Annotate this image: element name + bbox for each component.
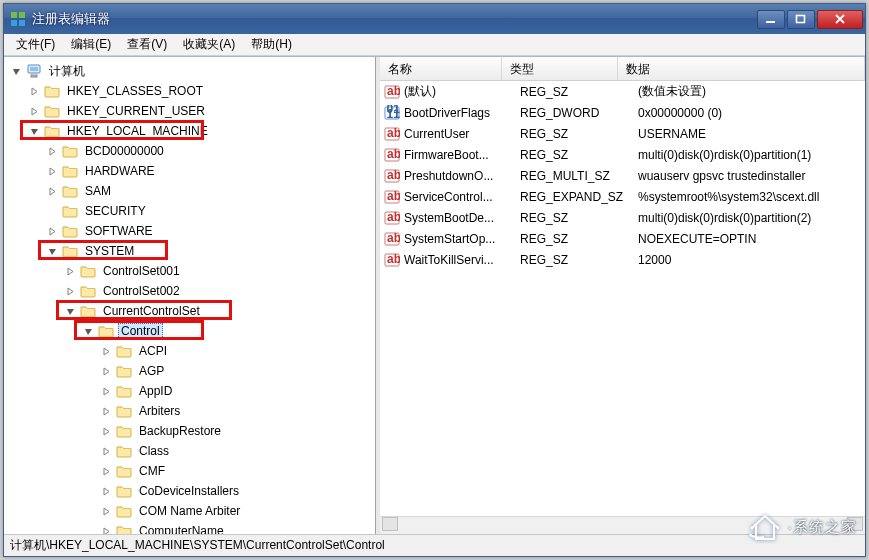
expand-icon[interactable] (46, 165, 58, 177)
tree-label[interactable]: Arbiters (136, 403, 183, 419)
tree-label[interactable]: SOFTWARE (82, 223, 156, 239)
col-header-data[interactable]: 数据 (618, 57, 865, 80)
tree-label[interactable]: BackupRestore (136, 423, 224, 439)
close-button[interactable] (817, 10, 863, 29)
col-header-type[interactable]: 类型 (502, 57, 618, 80)
h-scrollbar[interactable] (380, 516, 865, 534)
tree-row[interactable]: Control (4, 321, 375, 341)
expand-icon[interactable] (46, 185, 58, 197)
tree-label[interactable]: SAM (82, 183, 114, 199)
tree-row[interactable]: ACPI (4, 341, 375, 361)
col-header-name[interactable]: 名称 (380, 57, 502, 80)
menu-item-2[interactable]: 查看(V) (119, 34, 175, 55)
expand-icon[interactable] (100, 525, 112, 534)
tree-row[interactable]: COM Name Arbiter (4, 501, 375, 521)
expand-icon[interactable] (46, 225, 58, 237)
expand-icon[interactable] (100, 505, 112, 517)
expand-icon[interactable] (64, 285, 76, 297)
tree-row[interactable]: CoDeviceInstallers (4, 481, 375, 501)
tree-label[interactable]: ACPI (136, 343, 170, 359)
tree-label[interactable]: AGP (136, 363, 167, 379)
tree-label[interactable]: SECURITY (82, 203, 149, 219)
menu-item-1[interactable]: 编辑(E) (63, 34, 119, 55)
list-row[interactable]: BootDriverFlagsREG_DWORD0x00000000 (0) (380, 102, 865, 123)
folder-icon (116, 404, 132, 418)
tree-label[interactable]: BCD00000000 (82, 143, 167, 159)
tree-label[interactable]: 计算机 (46, 62, 88, 81)
tree-label[interactable]: CurrentControlSet (100, 303, 203, 319)
tree-label[interactable]: ControlSet002 (100, 283, 183, 299)
tree-row[interactable]: SAM (4, 181, 375, 201)
tree-row[interactable]: SOFTWARE (4, 221, 375, 241)
tree-row[interactable]: BCD00000000 (4, 141, 375, 161)
maximize-button[interactable] (787, 10, 815, 29)
expand-icon[interactable] (100, 485, 112, 497)
expand-icon[interactable] (100, 365, 112, 377)
menu-item-4[interactable]: 帮助(H) (243, 34, 300, 55)
menu-item-3[interactable]: 收藏夹(A) (175, 34, 243, 55)
tree-row[interactable]: HKEY_CURRENT_USER (4, 101, 375, 121)
tree-label[interactable]: HKEY_LOCAL_MACHINE (64, 123, 211, 139)
collapse-icon[interactable] (10, 65, 22, 77)
expand-icon[interactable] (100, 465, 112, 477)
collapse-icon[interactable] (28, 125, 40, 137)
tree-label[interactable]: ComputerName (136, 523, 227, 534)
tree-row[interactable]: HKEY_LOCAL_MACHINE (4, 121, 375, 141)
menu-item-0[interactable]: 文件(F) (8, 34, 63, 55)
collapse-icon[interactable] (46, 245, 58, 257)
collapse-icon[interactable] (82, 325, 94, 337)
expand-icon[interactable] (100, 445, 112, 457)
list-row[interactable]: SystemBootDe...REG_SZmulti(0)disk(0)rdis… (380, 207, 865, 228)
tree-label[interactable]: CMF (136, 463, 168, 479)
tree-row[interactable]: Class (4, 441, 375, 461)
tree-row[interactable]: CMF (4, 461, 375, 481)
tree-row[interactable]: SECURITY (4, 201, 375, 221)
expand-icon[interactable] (100, 405, 112, 417)
collapse-icon[interactable] (64, 305, 76, 317)
tree-row[interactable]: AGP (4, 361, 375, 381)
tree-row[interactable]: BackupRestore (4, 421, 375, 441)
expand-icon[interactable] (100, 385, 112, 397)
tree-pane[interactable]: 计算机HKEY_CLASSES_ROOTHKEY_CURRENT_USERHKE… (4, 57, 376, 534)
tree-label[interactable]: Control (118, 323, 163, 339)
tree-label[interactable]: HKEY_CLASSES_ROOT (64, 83, 206, 99)
expand-icon[interactable] (100, 425, 112, 437)
tree-row[interactable]: 计算机 (4, 61, 375, 81)
tree-label[interactable]: HARDWARE (82, 163, 158, 179)
tree-row[interactable]: HARDWARE (4, 161, 375, 181)
expand-icon[interactable] (28, 105, 40, 117)
tree-row[interactable]: CurrentControlSet (4, 301, 375, 321)
list-row[interactable]: ServiceControl...REG_EXPAND_SZ%systemroo… (380, 186, 865, 207)
list-row[interactable]: (默认)REG_SZ(数值未设置) (380, 81, 865, 102)
list-body[interactable]: (默认)REG_SZ(数值未设置)BootDriverFlagsREG_DWOR… (380, 81, 865, 516)
titlebar[interactable]: 注册表编辑器 (4, 4, 865, 34)
tree-label[interactable]: AppID (136, 383, 175, 399)
list-row[interactable]: FirmwareBoot...REG_SZmulti(0)disk(0)rdis… (380, 144, 865, 165)
reg-string-icon (384, 147, 400, 163)
list-row[interactable]: SystemStartOp...REG_SZ NOEXECUTE=OPTIN (380, 228, 865, 249)
tree-label[interactable]: SYSTEM (82, 243, 137, 259)
tree-label[interactable]: CoDeviceInstallers (136, 483, 242, 499)
expand-icon[interactable] (100, 345, 112, 357)
folder-icon (116, 444, 132, 458)
tree-row[interactable]: SYSTEM (4, 241, 375, 261)
minimize-button[interactable] (757, 10, 785, 29)
tree-row[interactable]: ComputerName (4, 521, 375, 534)
cell-type: REG_MULTI_SZ (520, 169, 638, 183)
expand-icon[interactable] (64, 265, 76, 277)
tree-row[interactable]: HKEY_CLASSES_ROOT (4, 81, 375, 101)
expand-icon[interactable] (28, 85, 40, 97)
list-row[interactable]: PreshutdownO...REG_MULTI_SZwuauserv gpsv… (380, 165, 865, 186)
reg-string-icon (384, 252, 400, 268)
tree-label[interactable]: COM Name Arbiter (136, 503, 243, 519)
tree-row[interactable]: ControlSet002 (4, 281, 375, 301)
list-row[interactable]: CurrentUserREG_SZUSERNAME (380, 123, 865, 144)
tree-row[interactable]: Arbiters (4, 401, 375, 421)
list-row[interactable]: WaitToKillServi...REG_SZ12000 (380, 249, 865, 270)
tree-label[interactable]: HKEY_CURRENT_USER (64, 103, 208, 119)
tree-label[interactable]: Class (136, 443, 172, 459)
tree-label[interactable]: ControlSet001 (100, 263, 183, 279)
expand-icon[interactable] (46, 145, 58, 157)
tree-row[interactable]: AppID (4, 381, 375, 401)
tree-row[interactable]: ControlSet001 (4, 261, 375, 281)
